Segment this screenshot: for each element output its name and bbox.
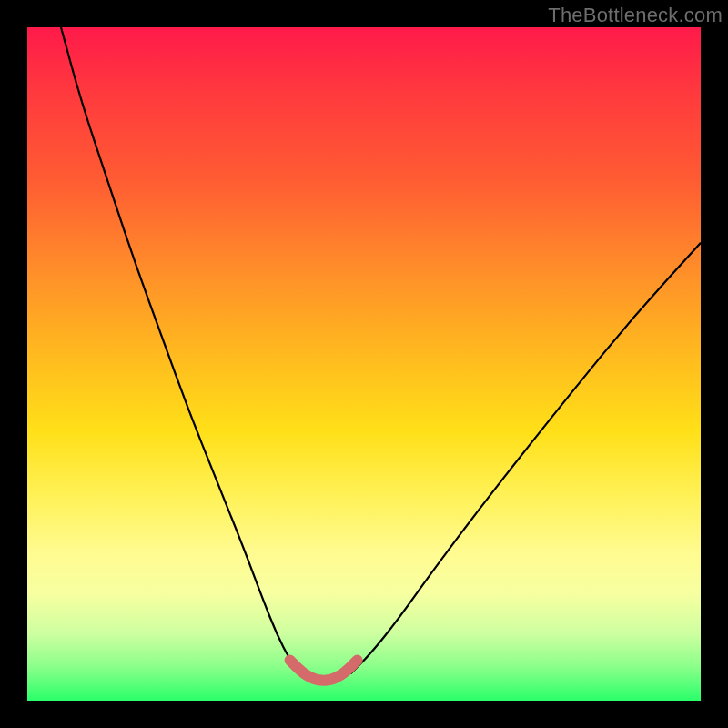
series-valley-highlight [290,661,358,681]
watermark-label: TheBottleneck.com [548,4,723,27]
chart-frame: TheBottleneck.com [0,0,728,728]
curve-svg [27,27,701,701]
plot-area [27,27,701,701]
series-right-branch [350,243,701,674]
series-left-branch [61,27,303,673]
